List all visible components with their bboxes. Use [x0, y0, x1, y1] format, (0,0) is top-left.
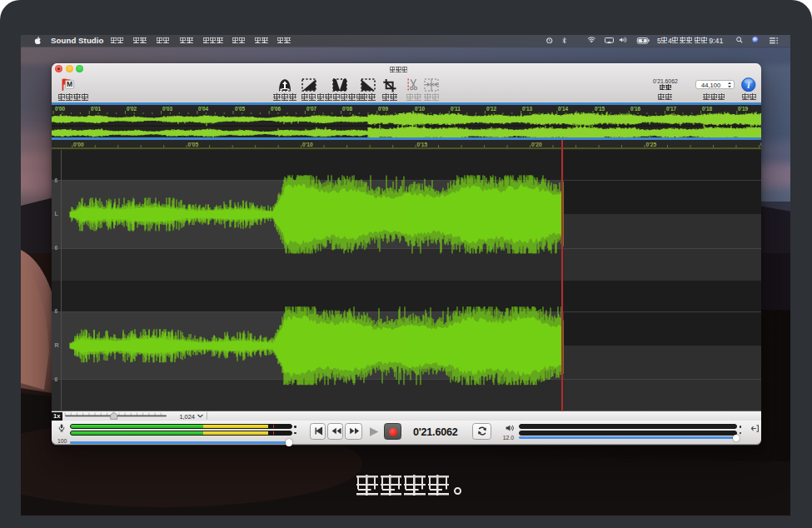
- svg-text:M: M: [67, 80, 72, 88]
